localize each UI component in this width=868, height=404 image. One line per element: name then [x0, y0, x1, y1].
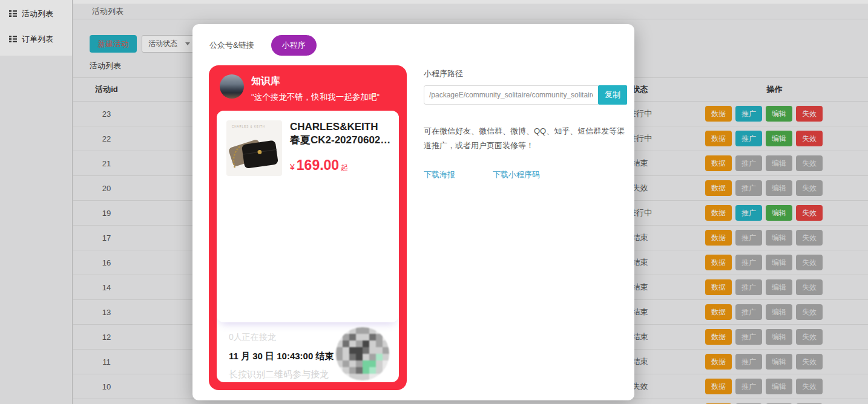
- product-title-line2: 春夏CK2-20270602…: [290, 134, 389, 147]
- promotion-tip: 可在微信好友、微信群、微博、QQ、知乎、短信群发等渠道推广，或者用户页面装修等！: [424, 124, 627, 153]
- product-text: CHARLES&KEITH 春夏CK2-20270602… ¥169.00起: [290, 120, 389, 174]
- product-section: CHARLES & KEITH CHARLES&KEITH 春夏CK2-2027…: [217, 111, 399, 322]
- share-quote: "这个接龙不错，快和我一起参加吧": [251, 92, 380, 103]
- share-card-footer: 0人正在接龙 11 月 30 日 10:43:00 结束 长按识别二维码参与接龙: [229, 322, 390, 382]
- download-miniprogram-code-link[interactable]: 下载小程序码: [493, 169, 540, 180]
- copy-button[interactable]: 复制: [598, 85, 627, 105]
- share-card: 知识库 "这个接龙不错，快和我一起参加吧" CHARLES & KEITH: [209, 65, 407, 390]
- product-price: ¥169.00起: [290, 157, 389, 174]
- product-title-line1: CHARLES&KEITH: [290, 120, 389, 134]
- share-card-header: 知识库 "这个接龙不错，快和我一起参加吧": [209, 65, 407, 103]
- svg-text:CHARLES & KEITH: CHARLES & KEITH: [232, 125, 265, 128]
- price-value: 169.00: [297, 157, 339, 173]
- product-image: CHARLES & KEITH: [226, 120, 282, 176]
- avatar: [220, 74, 244, 99]
- miniprogram-panel: 小程序路径 复制 可在微信好友、微信群、微博、QQ、知乎、短信群发等渠道推广，或…: [424, 68, 627, 180]
- path-input[interactable]: [424, 85, 598, 105]
- blurred-qr-code-icon: [336, 327, 389, 380]
- download-poster-link[interactable]: 下载海报: [424, 169, 455, 180]
- share-card-body: CHARLES & KEITH CHARLES&KEITH 春夏CK2-2027…: [217, 111, 399, 382]
- download-links: 下载海报下载小程序码: [424, 169, 627, 180]
- modal-tabs: 公众号&链接小程序: [209, 35, 317, 56]
- path-label: 小程序路径: [424, 68, 627, 79]
- price-suffix: 起: [341, 163, 348, 172]
- share-modal: 公众号&链接小程序 知识库 "这个接龙不错，快和我一起参加吧" CHARLES …: [192, 24, 634, 400]
- tab-official-account-link[interactable]: 公众号&链接: [209, 40, 254, 51]
- currency-symbol: ¥: [290, 162, 295, 172]
- tab-mini-program[interactable]: 小程序: [271, 35, 317, 56]
- path-row: 复制: [424, 85, 627, 105]
- nickname: 知识库: [251, 75, 380, 88]
- share-card-header-text: 知识库 "这个接龙不错，快和我一起参加吧": [251, 74, 380, 103]
